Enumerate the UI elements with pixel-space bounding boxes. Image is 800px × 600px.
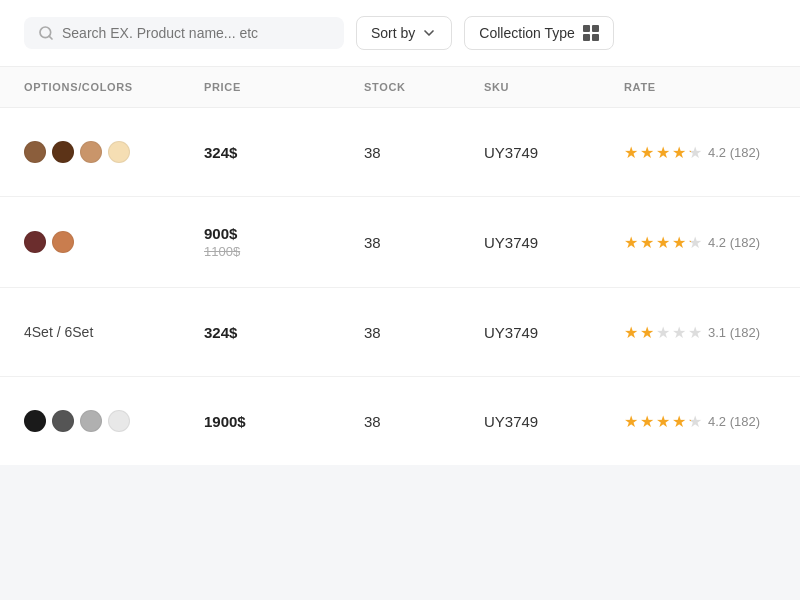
price-original: 1100$: [204, 244, 364, 259]
sort-by-button[interactable]: Sort by: [356, 16, 452, 50]
star-full: ★: [624, 233, 638, 252]
rating-cell: ★★★★ ★ ★ 4.2 (182): [624, 412, 800, 431]
color-swatch[interactable]: [52, 141, 74, 163]
rating-cell: ★★ ★ ★ ★★ 3.1 (182): [624, 323, 800, 342]
toolbar: Sort by Collection Type: [0, 0, 800, 67]
swatches-group: [24, 231, 204, 253]
search-icon: [38, 25, 54, 41]
options-cell: [24, 410, 204, 432]
stock-cell: 38: [364, 234, 484, 251]
color-swatch[interactable]: [24, 141, 46, 163]
option-text-label: 4Set / 6Set: [24, 324, 93, 340]
color-swatch[interactable]: [52, 231, 74, 253]
star-full: ★: [640, 323, 654, 342]
star-full: ★: [672, 143, 686, 162]
rating-cell: ★★★★ ★ ★ 4.2 (182): [624, 143, 800, 162]
stars-group: ★★★★ ★ ★: [624, 143, 702, 162]
rating-text: 4.2 (182): [708, 414, 760, 429]
star-half: ★ ★: [656, 323, 670, 342]
col-price: PRICE: [204, 81, 364, 93]
swatches-group: [24, 141, 204, 163]
price-cell: 324$: [204, 324, 364, 341]
star-full: ★: [672, 233, 686, 252]
table-body: 324$ 38 UY3749 ★★★★ ★ ★ 4.2 (182) ··· 90…: [0, 108, 800, 465]
price-cell: 1900$: [204, 413, 364, 430]
sort-by-label: Sort by: [371, 25, 415, 41]
rating-text: 4.2 (182): [708, 235, 760, 250]
star-full: ★: [624, 143, 638, 162]
price-current: 1900$: [204, 413, 364, 430]
star-half: ★ ★: [688, 412, 702, 431]
star-full: ★: [656, 233, 670, 252]
star-full: ★: [624, 323, 638, 342]
grid-view-icon: [583, 25, 599, 41]
table-row: 900$ 1100$ 38 UY3749 ★★★★ ★ ★ 4.2 (182) …: [0, 197, 800, 288]
collection-type-button[interactable]: Collection Type: [464, 16, 613, 50]
star-full: ★: [640, 143, 654, 162]
options-cell: 4Set / 6Set: [24, 323, 204, 341]
price-current: 324$: [204, 324, 364, 341]
price-current: 324$: [204, 144, 364, 161]
rating-text: 3.1 (182): [708, 325, 760, 340]
star-empty: ★: [672, 323, 686, 342]
rating-text: 4.2 (182): [708, 145, 760, 160]
price-cell: 324$: [204, 144, 364, 161]
sku-cell: UY3749: [484, 324, 624, 341]
col-options: OPTIONS/COLORS: [24, 81, 204, 93]
star-full: ★: [656, 412, 670, 431]
col-rate: RATE: [624, 81, 800, 93]
sku-cell: UY3749: [484, 144, 624, 161]
chevron-down-icon: [421, 25, 437, 41]
options-cell: [24, 231, 204, 253]
rating-cell: ★★★★ ★ ★ 4.2 (182): [624, 233, 800, 252]
star-empty: ★: [688, 323, 702, 342]
star-full: ★: [672, 412, 686, 431]
color-swatch[interactable]: [80, 410, 102, 432]
col-stock: STOCK: [364, 81, 484, 93]
price-cell: 900$ 1100$: [204, 225, 364, 259]
star-full: ★: [656, 143, 670, 162]
color-swatch[interactable]: [108, 410, 130, 432]
options-cell: [24, 141, 204, 163]
star-full: ★: [624, 412, 638, 431]
stock-cell: 38: [364, 413, 484, 430]
stars-group: ★★★★ ★ ★: [624, 412, 702, 431]
color-swatch[interactable]: [24, 231, 46, 253]
search-input[interactable]: [62, 25, 330, 41]
svg-line-1: [49, 36, 52, 39]
table-header: OPTIONS/COLORS PRICE STOCK SKU RATE ACT: [0, 67, 800, 108]
stock-cell: 38: [364, 324, 484, 341]
sku-cell: UY3749: [484, 234, 624, 251]
product-table: OPTIONS/COLORS PRICE STOCK SKU RATE ACT …: [0, 67, 800, 465]
price-current: 900$: [204, 225, 364, 242]
star-half: ★ ★: [688, 233, 702, 252]
color-swatch[interactable]: [80, 141, 102, 163]
table-row: 324$ 38 UY3749 ★★★★ ★ ★ 4.2 (182) ···: [0, 108, 800, 197]
search-bar: [24, 17, 344, 49]
color-swatch[interactable]: [108, 141, 130, 163]
sku-cell: UY3749: [484, 413, 624, 430]
stars-group: ★★★★ ★ ★: [624, 233, 702, 252]
color-swatch[interactable]: [52, 410, 74, 432]
swatches-group: [24, 410, 204, 432]
collection-type-label: Collection Type: [479, 25, 574, 41]
stock-cell: 38: [364, 144, 484, 161]
star-full: ★: [640, 412, 654, 431]
color-swatch[interactable]: [24, 410, 46, 432]
table-row: 1900$ 38 UY3749 ★★★★ ★ ★ 4.2 (182) ···: [0, 377, 800, 465]
table-row: 4Set / 6Set 324$ 38 UY3749 ★★ ★ ★ ★★ 3.1…: [0, 288, 800, 377]
star-half: ★ ★: [688, 143, 702, 162]
star-full: ★: [640, 233, 654, 252]
col-sku: SKU: [484, 81, 624, 93]
stars-group: ★★ ★ ★ ★★: [624, 323, 702, 342]
